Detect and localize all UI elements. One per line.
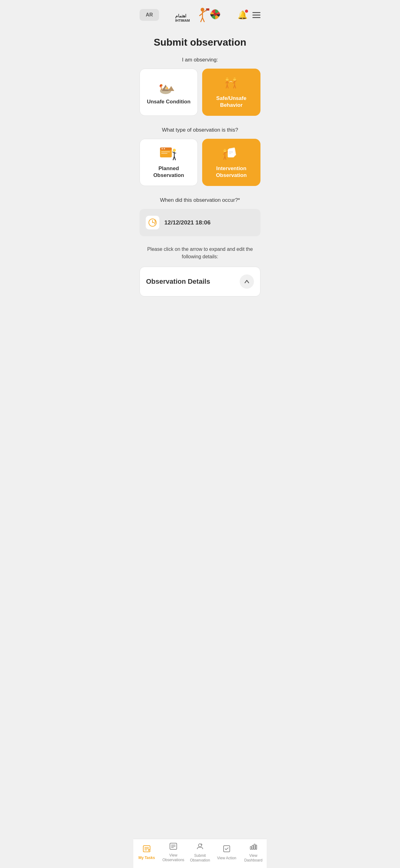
nav-view-action[interactable]: View Action xyxy=(213,845,240,861)
svg-rect-77 xyxy=(250,846,252,849)
svg-text:!: ! xyxy=(166,87,167,89)
view-observations-label: View Observations xyxy=(160,853,187,863)
notification-bell[interactable]: 🔔 xyxy=(237,10,247,20)
view-dashboard-label: View Dashboard xyxy=(240,854,267,863)
svg-point-10 xyxy=(214,13,217,16)
svg-rect-30 xyxy=(233,78,236,79)
nav-view-dashboard[interactable]: View Dashboard xyxy=(240,842,267,863)
notification-dot xyxy=(245,10,248,13)
observation-mode-row: Planned Observation xyxy=(139,139,261,186)
date-value: 12/12/2021 18:06 xyxy=(164,219,210,226)
svg-text:اهتمام: اهتمام xyxy=(175,13,186,19)
safe-unsafe-behavior-label: Safe/Unsafe Behavior xyxy=(206,95,257,108)
svg-rect-21 xyxy=(160,85,161,86)
menu-line-1 xyxy=(253,12,261,13)
svg-rect-80 xyxy=(256,845,257,849)
hamburger-menu[interactable] xyxy=(253,12,261,18)
svg-line-47 xyxy=(174,156,175,160)
svg-point-72 xyxy=(198,844,202,847)
intervention-observation-illustration xyxy=(222,146,241,161)
safe-unsafe-behavior-illustration xyxy=(222,76,241,91)
svg-marker-15 xyxy=(168,86,174,91)
menu-line-3 xyxy=(253,17,261,18)
svg-point-54 xyxy=(224,149,226,152)
planned-observation-illustration xyxy=(159,146,178,161)
nav-my-tasks[interactable]: My Tasks xyxy=(133,845,160,861)
svg-rect-23 xyxy=(226,78,229,79)
svg-line-60 xyxy=(225,156,226,160)
observation-type-label: What type of observation is this? xyxy=(139,127,261,133)
header-icons: 🔔 xyxy=(237,10,261,20)
svg-line-28 xyxy=(227,85,229,89)
svg-rect-55 xyxy=(224,150,226,151)
planned-observation-label: Planned Observation xyxy=(143,165,194,179)
date-icon xyxy=(146,216,159,229)
observation-type-row: ! Unsafe Condition xyxy=(139,69,261,116)
svg-rect-41 xyxy=(161,153,167,154)
svg-point-39 xyxy=(164,148,165,149)
logo-svg: IHTIMAM اهتمام xyxy=(174,6,223,24)
expand-hint: Please click on the arrow to expand and … xyxy=(139,246,261,260)
language-button[interactable]: AR xyxy=(139,9,159,21)
expand-button[interactable] xyxy=(240,274,254,289)
observing-label: I am observing: xyxy=(139,57,261,63)
logo: IHTIMAM اهتمام xyxy=(174,6,223,24)
date-field[interactable]: 12/12/2021 18:06 xyxy=(139,209,261,236)
unsafe-condition-card[interactable]: ! Unsafe Condition xyxy=(139,69,198,116)
view-observations-icon xyxy=(169,842,177,852)
svg-point-38 xyxy=(162,148,163,149)
view-action-label: View Action xyxy=(217,856,236,861)
my-tasks-label: My Tasks xyxy=(138,856,155,861)
menu-line-2 xyxy=(253,14,261,16)
svg-rect-79 xyxy=(254,844,255,849)
intervention-observation-label: Intervention Observation xyxy=(206,165,257,179)
svg-rect-6 xyxy=(206,8,209,10)
svg-rect-40 xyxy=(161,152,170,152)
safe-unsafe-behavior-card[interactable]: Safe/Unsafe Behavior xyxy=(202,69,261,116)
chevron-up-icon xyxy=(244,278,250,285)
header: AR xyxy=(133,0,267,27)
my-tasks-icon xyxy=(143,845,151,854)
unsafe-condition-label: Unsafe Condition xyxy=(147,98,191,105)
view-dashboard-icon xyxy=(249,842,257,852)
svg-point-42 xyxy=(173,149,176,152)
svg-rect-50 xyxy=(228,149,234,157)
submit-observation-icon xyxy=(196,842,204,852)
when-label: When did this observation occur?* xyxy=(139,197,261,203)
observation-details-title: Observation Details xyxy=(146,278,210,286)
planned-observation-card[interactable]: Planned Observation xyxy=(139,139,198,186)
svg-point-0 xyxy=(201,8,204,11)
intervention-observation-card[interactable]: Intervention Observation xyxy=(202,139,261,186)
svg-rect-78 xyxy=(252,845,253,849)
observation-details-card[interactable]: Observation Details xyxy=(139,267,261,297)
svg-line-4 xyxy=(201,18,202,22)
main-content: Submit observation I am observing: ! xyxy=(133,27,267,868)
submit-observation-label: Submit Observation xyxy=(187,854,213,863)
svg-line-35 xyxy=(235,85,236,89)
nav-view-observations[interactable]: View Observations xyxy=(160,842,187,863)
unsafe-condition-illustration: ! xyxy=(159,79,178,95)
view-action-icon xyxy=(223,845,231,855)
svg-line-5 xyxy=(202,18,204,22)
bottom-nav: My Tasks View Observations Submit Observ… xyxy=(133,839,267,868)
nav-submit-observation[interactable]: Submit Observation xyxy=(187,842,213,863)
page-title: Submit observation xyxy=(139,37,261,48)
svg-text:IHTIMAM: IHTIMAM xyxy=(175,19,190,22)
